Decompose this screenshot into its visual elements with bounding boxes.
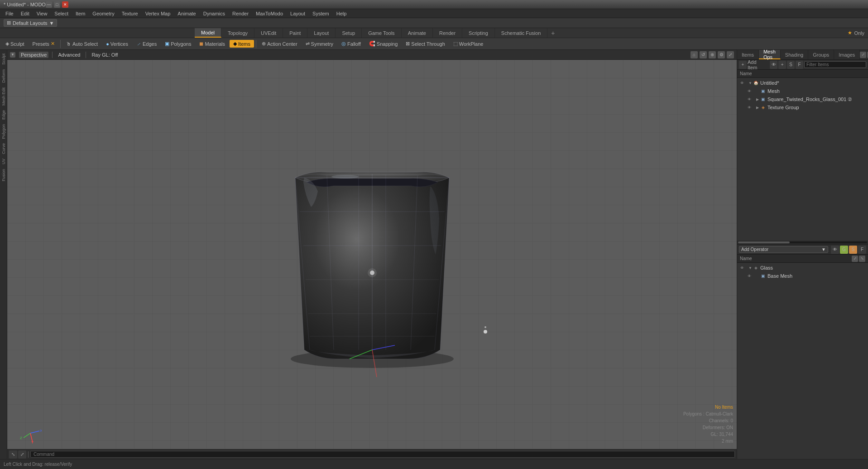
menu-select[interactable]: Select — [51, 10, 72, 17]
symmetry-button[interactable]: ⇌ Symmetry — [302, 40, 337, 48]
menu-dynamics[interactable]: Dynamics — [200, 10, 229, 17]
tab-topology[interactable]: Topology — [221, 28, 254, 38]
menu-geometry[interactable]: Geometry — [89, 10, 118, 17]
menu-animate[interactable]: Animate — [174, 10, 199, 17]
materials-button[interactable]: ◼ Materials — [196, 40, 229, 48]
op-btn-g[interactable]: G — [840, 246, 848, 254]
falloff-button[interactable]: ◎ Falloff — [338, 40, 364, 48]
viewport[interactable]: ▼ Perspective Advanced Ray GL: Off ⌂ ↺ ⊕… — [7, 50, 737, 469]
select-through-button[interactable]: ⊠ Select Through — [402, 40, 448, 48]
eye-icon-glass[interactable]: 👁 — [739, 265, 745, 271]
menu-layout[interactable]: Layout — [287, 10, 309, 17]
action-center-button[interactable]: ⊕ Action Center — [258, 40, 301, 48]
tree-item-square[interactable]: 👁 ▶ ▣ Square_Twisted_Rocks_Glass_001 ② — [737, 95, 868, 103]
sculpt-button[interactable]: ◈ Sculpt — [2, 40, 28, 48]
menu-vertexmap[interactable]: Vertex Map — [142, 10, 174, 17]
tab-layout[interactable]: Layout — [307, 28, 336, 38]
sidebar-uv[interactable]: UV — [0, 157, 7, 166]
close-button[interactable]: ✕ — [62, 1, 68, 8]
minimize-button[interactable]: — — [46, 1, 52, 8]
sidebar-edge[interactable]: Edge — [0, 108, 7, 121]
menu-item[interactable]: Item — [72, 10, 89, 17]
scrollbar-thumb-top[interactable] — [738, 242, 790, 243]
viewport-raygl[interactable]: Ray GL: Off — [90, 52, 120, 58]
menu-help[interactable]: Help — [333, 10, 350, 17]
menu-maxtomodo[interactable]: MaxToModo — [252, 10, 287, 17]
presets-button[interactable]: Presets ✕ — [29, 40, 58, 48]
sidebar-polygon[interactable]: Polygon — [0, 122, 7, 141]
vp-rotate-btn[interactable]: ↺ — [700, 51, 707, 58]
rt-toolbar-plus[interactable]: + — [778, 61, 786, 69]
right-tab-items[interactable]: Items — [737, 50, 759, 59]
op-btn-f[interactable]: F — [858, 246, 866, 254]
menu-system[interactable]: System — [309, 10, 333, 17]
eye-icon-base-mesh[interactable]: 👁 — [746, 273, 753, 279]
layout-dropdown[interactable]: ⊞ Default Layouts ▼ — [4, 19, 57, 27]
filter-input[interactable] — [804, 61, 866, 68]
op-btn-eye[interactable]: 👁 — [831, 246, 839, 254]
right-tab-groups[interactable]: Groups — [808, 50, 834, 59]
tab-setup[interactable]: Setup — [336, 28, 362, 38]
add-operator-dropdown[interactable]: Add Operator ▼ — [739, 246, 828, 253]
tab-render[interactable]: Render — [433, 28, 462, 38]
tab-scripting[interactable]: Scripting — [462, 28, 495, 38]
right-tab-meshops[interactable]: Mesh Ops — [759, 50, 781, 59]
snapping-button[interactable]: 🧲 Snapping — [365, 40, 402, 48]
sidebar-meshedit[interactable]: Mesh Edit — [0, 86, 7, 107]
tree-item-base-mesh[interactable]: 👁 ▣ Base Mesh — [737, 272, 868, 280]
op-btn-s[interactable]: S — [849, 246, 857, 254]
tab-paint[interactable]: Paint — [283, 28, 307, 38]
tree-item-glass[interactable]: 👁 ▼ ◈ Glass — [737, 264, 868, 272]
maximize-button[interactable]: □ — [54, 1, 60, 8]
workplane-button[interactable]: ⬚ WorkPlane — [450, 40, 487, 48]
eye-icon-untitled[interactable]: 👁 — [739, 80, 745, 86]
viewport-canvas[interactable]: X Y Z No Items Polygons : Catmull-Clark … — [7, 60, 737, 458]
rt-toolbar-filter[interactable]: F — [796, 61, 803, 69]
tab-gametools[interactable]: Game Tools — [362, 28, 402, 38]
edges-button[interactable]: ⟋ Edges — [133, 40, 160, 48]
tree-item-texture[interactable]: 👁 ▶ ◈ Texture Group — [737, 103, 868, 111]
tab-add-button[interactable]: + — [547, 28, 558, 38]
tab-model[interactable]: Model — [195, 28, 221, 38]
menu-texture[interactable]: Texture — [118, 10, 142, 17]
rt-toolbar-settings[interactable]: S — [787, 61, 795, 69]
polygons-button[interactable]: ▣ Polygons — [161, 40, 195, 48]
viewport-bottom-collapse[interactable]: ⤢ — [18, 450, 26, 459]
command-input[interactable] — [30, 451, 735, 458]
op-collapse[interactable]: ⤡ — [859, 256, 865, 262]
viewport-perspective[interactable]: Perspective — [19, 52, 48, 58]
viewport-advanced[interactable]: Advanced — [56, 52, 82, 58]
operator-tree[interactable]: 👁 ▼ ◈ Glass 👁 ▣ Base Mesh — [737, 263, 868, 459]
right-tab-images[interactable]: Images — [834, 50, 860, 59]
menu-render[interactable]: Render — [229, 10, 252, 17]
right-tab-shading[interactable]: Shading — [781, 50, 808, 59]
eye-icon-square[interactable]: 👁 — [746, 96, 753, 102]
add-item-button[interactable]: + — [739, 61, 747, 69]
vp-expand-btn[interactable]: ⤢ — [727, 51, 734, 58]
vp-home-btn[interactable]: ⌂ — [691, 51, 698, 58]
right-top-scrollbar[interactable] — [737, 241, 868, 244]
tab-uvedit[interactable]: UVEdit — [254, 28, 283, 38]
sidebar-deform[interactable]: Deform — [0, 68, 7, 85]
viewport-toggle[interactable]: ▼ — [10, 52, 15, 58]
right-top-expand[interactable]: ⤢ — [860, 52, 866, 58]
autoselect-button[interactable]: 🖱 Auto Select — [62, 40, 101, 48]
tree-item-mesh[interactable]: 👁 ▣ Mesh — [737, 87, 868, 95]
eye-icon-texture[interactable]: 👁 — [746, 104, 753, 111]
menu-view[interactable]: View — [33, 10, 51, 17]
vertices-button[interactable]: ● Vertices — [102, 40, 132, 48]
sidebar-sculpt[interactable]: Sculpt — [0, 52, 7, 67]
items-tree[interactable]: 👁 ▼ 🏠 Untitled* 👁 ▣ Mesh — [737, 78, 868, 241]
menu-file[interactable]: File — [2, 10, 17, 17]
menu-edit[interactable]: Edit — [17, 10, 33, 17]
tab-animate[interactable]: Animate — [402, 28, 433, 38]
rt-toolbar-eye[interactable]: 👁 — [770, 61, 777, 69]
sidebar-curve[interactable]: Curve — [0, 141, 7, 156]
vp-settings-btn[interactable]: ⚙ — [718, 51, 725, 58]
tree-item-untitled[interactable]: 👁 ▼ 🏠 Untitled* — [737, 79, 868, 87]
viewport-bottom-expand[interactable]: ⤡ — [9, 450, 17, 459]
vp-search-btn[interactable]: ⊕ — [709, 51, 716, 58]
eye-icon-mesh[interactable]: 👁 — [746, 88, 753, 94]
op-expand[interactable]: ⤢ — [852, 256, 858, 262]
tab-schematic[interactable]: Schematic Fusion — [495, 28, 547, 38]
